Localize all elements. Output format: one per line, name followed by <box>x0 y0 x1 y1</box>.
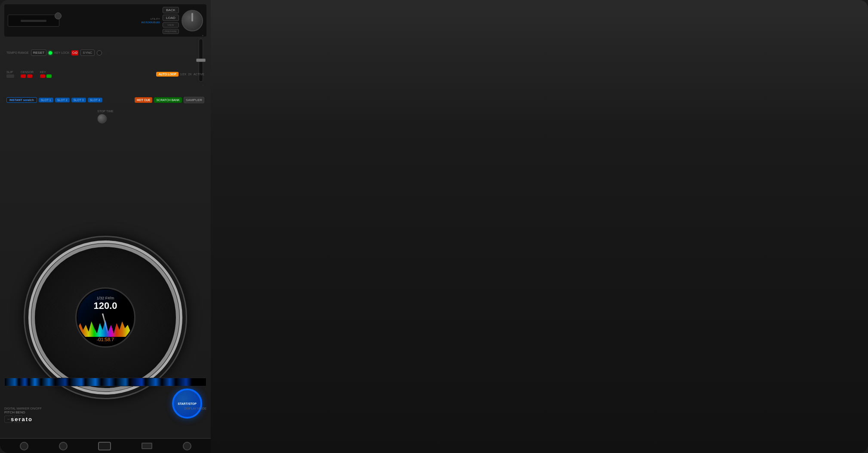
instant-row-left: INSTANT scratch SLOT 1 SLOT 2 SLOT 3 SLO… <box>4 92 206 108</box>
slip-btn-left[interactable] <box>6 74 14 78</box>
power-button-left[interactable] <box>55 12 62 19</box>
led-green-left <box>49 51 52 55</box>
ports-left <box>0 438 211 453</box>
key-minus-left[interactable] <box>40 74 45 78</box>
port-left-3 <box>98 442 111 450</box>
port-left-4 <box>142 443 152 449</box>
stop-time-area-left: STOP TIME <box>97 110 113 123</box>
hot-cue-mode-btn-left[interactable]: HOT CUE <box>135 97 153 103</box>
tempo-handle-left[interactable] <box>196 59 206 62</box>
slot4-btn-left[interactable]: SLOT 4 <box>88 98 102 102</box>
left-deck: UTILITY INST.DOUBLES BACK LOAD VIEW PREP… <box>0 0 211 453</box>
sync-button-left[interactable]: SYNC <box>80 49 94 56</box>
dj-controller: UTILITY INST.DOUBLES BACK LOAD VIEW PREP… <box>0 0 868 453</box>
key-lock-label-left: KEY LOCK <box>54 51 69 54</box>
jog-adjust-knob-left[interactable] <box>182 10 203 31</box>
scratch-bank-btn-left[interactable]: SCRATCH BANK <box>154 97 182 103</box>
slot2-btn-left[interactable]: SLOT 2 <box>55 98 70 102</box>
slot3-btn-left[interactable]: SLOT 3 <box>71 98 86 102</box>
bottom-labels-left: DIGITAL MARKER ON/OFF DISPLAY MODE <box>4 407 206 410</box>
auto-loop-btn-left[interactable]: AUTO LOOP <box>156 72 178 77</box>
stop-time-knob-left[interactable] <box>97 114 107 123</box>
key-lock-btn-left[interactable]: C•D <box>71 50 78 55</box>
view-button-left[interactable]: VIEW <box>163 22 179 28</box>
back-load-left: BACK LOAD VIEW PREPARE <box>163 7 179 34</box>
turntable-display-left: 1/32 F#/m 120.0 -01:58.7 <box>75 287 135 348</box>
censor-out-left[interactable] <box>27 74 32 78</box>
load-button-left[interactable]: LOAD <box>163 15 179 21</box>
sync-knob-left[interactable] <box>97 50 102 55</box>
port-left-2 <box>59 442 68 450</box>
turntable-left[interactable]: 1/32 F#/m 120.0 -01:58.7 <box>24 236 187 399</box>
port-left-5 <box>183 442 191 450</box>
utility-labels-left: UTILITY INST.DOUBLES <box>141 18 160 24</box>
controls-row-left: TEMPO RANGE RESET KEY LOCK C•D SYNC <box>4 43 206 62</box>
port-left-1 <box>20 442 28 450</box>
slip-censor-row-left: SLIP CENSOR KEY AU <box>4 67 206 82</box>
instant-scratch-btn-left[interactable]: INSTANT scratch <box>6 97 37 103</box>
media-slot-left[interactable] <box>8 15 59 27</box>
serato-logo-left: serato <box>11 415 33 423</box>
prepare-button-left[interactable]: PREPARE <box>163 29 179 34</box>
waveform-strip-left <box>4 378 206 386</box>
censor-in-left[interactable] <box>21 74 26 78</box>
tempo-range-label-left: TEMPO RANGE <box>6 51 29 54</box>
start-stop-left[interactable]: START/STOP <box>172 388 202 419</box>
left-deck-top: UTILITY INST.DOUBLES BACK LOAD VIEW PREP… <box>4 4 206 37</box>
key-plus-left[interactable] <box>46 74 52 78</box>
back-button-left[interactable]: BACK <box>163 7 179 13</box>
slot1-btn-left[interactable]: SLOT 1 <box>39 98 53 102</box>
reset-button-left[interactable]: RESET <box>31 49 47 56</box>
sampler-btn-left[interactable]: SAMPLER <box>184 97 204 103</box>
